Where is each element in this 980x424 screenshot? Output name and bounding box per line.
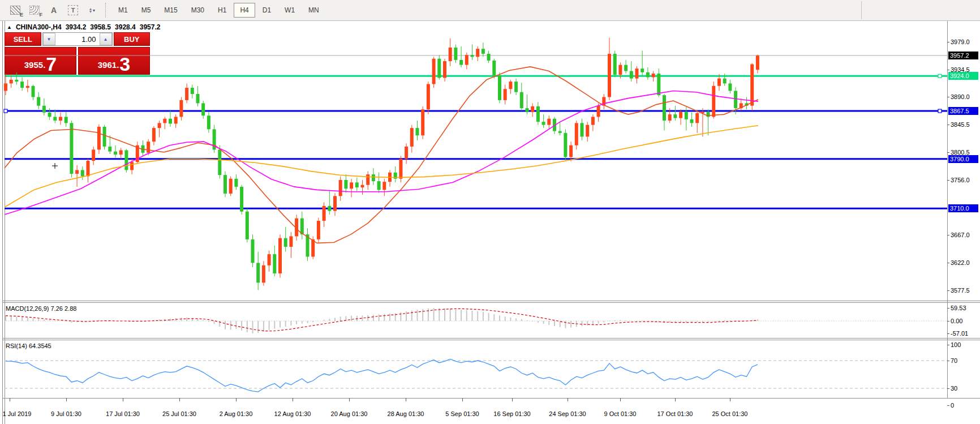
candle	[284, 238, 287, 247]
candle	[750, 65, 754, 106]
price-scale-tick	[947, 152, 949, 153]
candle	[520, 92, 523, 108]
candle	[437, 59, 441, 78]
timeframe-w1-button[interactable]: W1	[278, 3, 301, 18]
price-scale-label: 3756.0	[951, 177, 970, 183]
pane-separator[interactable]	[3, 340, 980, 340]
candle	[278, 238, 282, 273]
candle	[196, 94, 200, 103]
candle	[323, 206, 326, 221]
candle	[366, 174, 369, 185]
candle	[92, 149, 95, 161]
toolbar: EFAT▴▾▾ M1M5M15M30H1H4D1W1MN	[0, 0, 980, 21]
price-scale-tick	[947, 235, 949, 235]
candle	[569, 145, 573, 157]
candle	[15, 80, 18, 82]
candle	[179, 100, 183, 117]
candle	[717, 79, 721, 86]
timeframe-m1-button[interactable]: M1	[112, 3, 134, 18]
rsi-scale-tick	[947, 388, 949, 389]
price-scale-tick	[947, 125, 949, 125]
candle	[597, 106, 600, 117]
pattern-tool-icon[interactable]: E	[6, 2, 25, 18]
line-handle[interactable]	[938, 74, 942, 78]
candle	[97, 127, 101, 149]
candle	[591, 117, 595, 125]
candle	[707, 112, 710, 117]
rsi-scale-label: 70	[951, 357, 957, 364]
candle	[333, 196, 337, 211]
trading-app-window: EFAT▴▾▾ M1M5M15M30H1H4D1W1MN ▲ CHINA300-…	[0, 0, 980, 424]
candle	[218, 149, 221, 175]
candle	[65, 117, 68, 123]
candle	[504, 89, 507, 100]
drawing-tools-group: EFAT▴▾▾	[0, 2, 102, 18]
pane-separator[interactable]	[3, 338, 980, 339]
candle	[163, 119, 166, 123]
candle	[344, 180, 347, 189]
price-chart-canvas[interactable]	[0, 21, 980, 424]
candle	[526, 108, 529, 112]
pane-separator[interactable]	[3, 302, 980, 303]
candle	[240, 187, 243, 212]
macd-label: MACD(12,26,9) 7.26 2.88	[6, 305, 76, 312]
macd-signal-value: 2.88	[65, 305, 76, 312]
candle	[723, 79, 727, 84]
macd-scale-label: 0.00	[951, 318, 962, 324]
macd-scale-tick	[947, 321, 949, 322]
time-axis-label: 12 Aug 01:30	[274, 410, 311, 417]
timeframe-mn-button[interactable]: MN	[302, 3, 325, 18]
text-label-tool-icon[interactable]: A	[44, 2, 63, 18]
candle	[59, 117, 62, 121]
candle	[158, 123, 161, 128]
candle	[679, 112, 682, 118]
candle	[53, 117, 57, 121]
time-axis-tick	[349, 398, 350, 401]
timeframe-m5-button[interactable]: M5	[135, 3, 157, 18]
time-axis-tick	[730, 398, 730, 401]
line-price-badge: 3924.0	[948, 72, 978, 80]
timeframe-group: M1M5M15M30H1H4D1W1MN	[110, 3, 326, 18]
pane-separator[interactable]	[3, 301, 980, 301]
price-scale-tick	[947, 290, 949, 291]
arrows-tool-icon[interactable]: ▴▾▾	[83, 2, 102, 18]
candle	[399, 159, 402, 179]
timeframe-d1-button[interactable]: D1	[256, 3, 277, 18]
rsi-label: RSI(14) 64.3545	[6, 342, 51, 349]
candle	[652, 74, 655, 78]
candle	[498, 75, 501, 100]
price-scale-label: 3845.5	[951, 121, 970, 128]
candle	[487, 54, 491, 61]
line-handle[interactable]	[4, 109, 7, 113]
candle	[361, 185, 364, 187]
time-axis-tick	[406, 398, 406, 401]
price-scale-tick	[947, 263, 949, 263]
timeframe-h4-button[interactable]: H4	[234, 3, 255, 18]
macd-scale-tick	[947, 333, 949, 334]
rsi-value: 64.3545	[29, 342, 51, 349]
candle	[147, 142, 150, 153]
time-axis-tick	[568, 398, 568, 401]
candle	[223, 175, 227, 194]
price-scale-label: 3667.0	[951, 232, 970, 238]
time-axis-label: 17 Jul 01:30	[106, 410, 140, 417]
text-box-tool-icon[interactable]: T	[63, 2, 83, 18]
candle	[185, 88, 188, 100]
timeframe-m15-button[interactable]: M15	[158, 3, 183, 18]
line-handle[interactable]	[938, 109, 942, 113]
candle	[246, 212, 249, 239]
fibo-tool-icon[interactable]: F	[25, 2, 44, 18]
candle	[410, 128, 414, 147]
candle	[262, 265, 265, 283]
current-price-badge: 3957.2	[948, 52, 978, 59]
candle	[350, 182, 353, 189]
candle	[531, 106, 534, 112]
candle	[114, 152, 117, 155]
candle	[405, 147, 408, 159]
timeframe-m30-button[interactable]: M30	[185, 3, 210, 18]
candle	[432, 59, 436, 84]
candle	[449, 48, 452, 61]
timeframe-h1-button[interactable]: H1	[212, 3, 233, 18]
candle	[81, 170, 84, 176]
candle	[646, 72, 650, 78]
